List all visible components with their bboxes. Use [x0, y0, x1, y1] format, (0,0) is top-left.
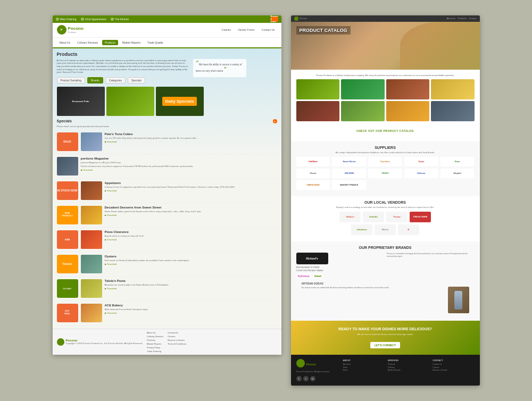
artisan-content: Our artisan sodas are crafted with the f…	[302, 287, 469, 313]
download-magazine[interactable]: ▶ Download	[81, 169, 277, 171]
footer-copyright: Copyright © 2018 Pocono Products Inc., t…	[66, 342, 143, 345]
product-cell-pasta	[431, 79, 475, 99]
nav-about[interactable]: About Us	[57, 40, 73, 45]
logo-circle: P	[57, 25, 66, 35]
proprietary-brand-main: Richard's RESTAURANT'S PRIDE OTHER PROPR…	[296, 253, 384, 279]
footer-logo-circle	[296, 359, 305, 367]
vendor-forms-link[interactable]: Vendor Forms	[236, 27, 256, 32]
nav-market[interactable]: Market Reports	[120, 40, 143, 45]
click-appointment-link[interactable]: Click Appointment	[81, 18, 106, 21]
badge-new-product: NEWPRODUCT	[57, 206, 78, 224]
footer-link-vendor[interactable]: Become a Vendor	[433, 369, 474, 371]
download-bakery[interactable]: ▶ Download	[105, 312, 277, 314]
desc-pizza: A great value on everyone's favorite foo…	[105, 235, 277, 237]
contact-link[interactable]: Contact Us	[260, 27, 277, 32]
catalog-link-text[interactable]: CHECK OUT OUR PRODUCT CATALOG	[356, 129, 414, 132]
cta-button[interactable]: LET'S CONNECT	[370, 342, 400, 348]
special-item-dessert: NEWPRODUCT Decadent Desserts from Sweet …	[57, 203, 277, 228]
web-ordering-link[interactable]: Web Ordering	[56, 18, 77, 21]
special-item-bakery: HOTDEAL ACE Bakery Bake artisanal from a…	[57, 301, 277, 325]
proprietary-title: OUR PROPRIETARY BRANDS	[296, 246, 475, 249]
product-img-3: Daily Specials	[156, 87, 204, 116]
twitter-icon[interactable]: t	[303, 376, 309, 381]
download-pizza[interactable]: ▶ Download	[105, 238, 277, 241]
right-top-bar-nav: About Us Products Contact	[446, 17, 476, 20]
footer-link-contact[interactable]: Contact Us	[168, 331, 186, 334]
nav-trade[interactable]: Trade Quality	[145, 40, 166, 45]
browse-order-link[interactable]: Browse & Order	[271, 16, 278, 22]
footer-link-team[interactable]: Team	[343, 366, 385, 369]
footer-link-trade[interactable]: Trade Ordering	[147, 350, 163, 353]
page-title: Products	[57, 52, 277, 57]
footer-link-news[interactable]: News	[343, 369, 385, 371]
footer-link-privacy[interactable]: Privacy Policy	[147, 346, 163, 349]
download-pasta[interactable]: ▶ Download	[105, 287, 277, 290]
brand-salad: Salad	[313, 273, 323, 279]
info-dessert: Decadent Desserts from Sweet Street Swee…	[105, 206, 277, 216]
footer-link-terms[interactable]: Terms & Conditions	[168, 342, 186, 345]
footer-link-culinary[interactable]: Culinary Services	[147, 335, 163, 338]
name-magazine: portions Magazine	[81, 157, 277, 160]
facebook-icon[interactable]: f	[296, 376, 302, 381]
download-dessert[interactable]: ▶ Download	[105, 214, 277, 216]
brand-logo-richards: Richard's	[296, 253, 328, 264]
supplier-logos-row3: TAMPA MAID BAKERY FRANCE	[296, 180, 475, 190]
tab-sampling[interactable]: Product Sampling	[57, 77, 85, 83]
download-oyster[interactable]: ▶ Download	[105, 263, 277, 265]
footer-link-market[interactable]: Market Reports	[147, 342, 163, 345]
footer-link-market[interactable]: Market Reports	[388, 369, 429, 371]
download-tuna[interactable]: ▶ Download	[105, 140, 277, 143]
left-screenshot: Web Ordering Click Appointment The Kitch…	[53, 15, 281, 355]
quote-box: " We have the ability to source a variet…	[193, 59, 246, 77]
cta-title: READY TO MAKE YOUR DISHES MORE DELICIOUS…	[296, 327, 475, 331]
hero-title: PRODUCT CATALOG	[296, 26, 351, 35]
footer-link-about[interactable]: About Us	[147, 331, 163, 334]
footer-col-title-contact: CONTACT	[433, 359, 474, 362]
right-nav-contact[interactable]: Contact	[469, 17, 477, 20]
footer-link-careers[interactable]: Careers	[433, 366, 474, 369]
kitchen-link[interactable]: The Kitchen	[111, 18, 129, 21]
desc-bakery: Bake artisanal from authentic European o…	[105, 308, 277, 311]
footer-link-vendor[interactable]: Become a Vendor	[168, 339, 186, 341]
product-catalog-section: Pocono Products is a full-line foodservi…	[291, 70, 480, 141]
suppliers-desc: As a major independent foodservice distr…	[296, 151, 475, 154]
tab-brands[interactable]: Brands	[87, 77, 103, 83]
artisan-section: ARTISAN SODAS Our artisan sodas are craf…	[296, 279, 475, 316]
nav-culinary[interactable]: Culinary Services	[74, 40, 101, 45]
info-oyster: Oysters Each week our Seafood Specialist…	[105, 255, 277, 265]
careers-link[interactable]: Careers	[220, 27, 234, 32]
special-item-pizza: sale Pizza Clearance A great value on ev…	[57, 228, 277, 252]
footer-social-icons: f t in	[296, 376, 339, 381]
right-nav-products[interactable]: Products	[458, 17, 467, 20]
linkedin-icon[interactable]: in	[310, 376, 315, 381]
footer-link-careers[interactable]: Careers	[168, 335, 186, 338]
right-nav-about[interactable]: About Us	[446, 17, 455, 20]
footer-link-contact[interactable]: Contact Us	[433, 363, 474, 365]
product-cell-veg	[296, 79, 340, 99]
desc-pasta: All pastas are made locally in the Itali…	[105, 283, 277, 286]
tab-categories[interactable]: Categories	[105, 77, 126, 83]
footer-link-about[interactable]: About Us	[343, 363, 385, 365]
name-dessert: Decadent Desserts from Sweet Street	[105, 206, 277, 209]
supplier-tyson: Tyson	[404, 157, 438, 166]
restaurant-pride-label: RESTAURANT'S PRIDE	[296, 266, 384, 269]
suppliers-title: SUPPLIERS	[296, 146, 475, 149]
thumb-dessert	[81, 206, 102, 224]
footer-logo: Pocono Copyright © 2018 Pocono Products …	[57, 338, 143, 346]
name-bakery: ACE Bakery	[105, 304, 277, 307]
right-logo-circle	[294, 16, 298, 21]
footer-col-about: ABOUT About Us Team News	[343, 359, 385, 381]
footer-link-products[interactable]: Products	[388, 363, 429, 365]
product-tabs: Product Sampling Brands Categories Speci…	[57, 77, 277, 83]
download-appetizer[interactable]: ▶ Download	[105, 189, 277, 192]
tab-specials[interactable]: Specials	[128, 77, 145, 83]
footer-link-culinary[interactable]: Culinary	[388, 366, 429, 369]
nav-products[interactable]: Products	[102, 40, 118, 45]
product-cell-mixed	[341, 101, 385, 121]
hero-food-decoration	[400, 22, 480, 70]
special-item-appetizer: IN STOCK NOW Appetizers Culinary Corner …	[57, 179, 277, 203]
name-oyster: Oysters	[105, 255, 277, 258]
supplier-bakery: BAKERY FRANCE	[332, 180, 366, 190]
left-top-nav: Careers Vendor Forms Contact Us	[220, 27, 277, 32]
footer-link-products[interactable]: Products	[147, 339, 163, 341]
